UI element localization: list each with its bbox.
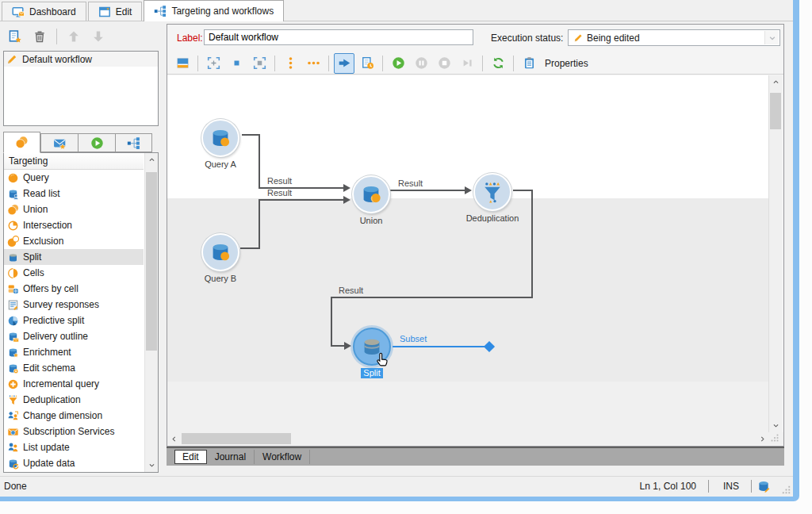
palette-item-survey-responses[interactable]: Survey responses: [4, 297, 144, 313]
change-dimension-icon: [7, 410, 19, 422]
palette-item-label: List update: [23, 442, 70, 453]
tab-targeting[interactable]: [3, 132, 40, 153]
targeting-tab-icon: [15, 136, 29, 149]
node-query-icon: [209, 240, 232, 264]
workflow-edges: ResultResultResultResultSubset: [167, 75, 768, 432]
workflow-node-deduplication[interactable]: [473, 173, 511, 211]
tab-label: Dashboard: [29, 6, 76, 17]
zoom-100-button[interactable]: [226, 53, 247, 74]
workflow-node-query-a[interactable]: [201, 119, 239, 157]
display-options-button[interactable]: [280, 53, 301, 74]
svg-text:Result: Result: [398, 178, 423, 188]
canvas-vscroll-thumb[interactable]: [770, 93, 781, 129]
canvas-resize-grip[interactable]: [769, 432, 783, 445]
move-down-button[interactable]: [88, 26, 109, 47]
horizontal-layout-button[interactable]: [334, 53, 354, 74]
palette-item-label: Offers by cell: [23, 283, 79, 294]
palette-item-read-list[interactable]: Read list: [4, 186, 144, 201]
tab-execution[interactable]: [78, 133, 115, 152]
palette-item-offers-by-cell[interactable]: Offers by cell: [4, 281, 144, 297]
combo-dropdown-button[interactable]: [764, 31, 779, 44]
palette-item-incremental-query[interactable]: Incremental query: [4, 376, 144, 392]
node-label-union: Union: [324, 216, 419, 225]
palette-item-change-dimension[interactable]: Change dimension: [4, 408, 144, 424]
palette-item-list-update[interactable]: List update: [4, 439, 144, 455]
bottom-tab-edit[interactable]: Edit: [174, 450, 207, 464]
cursor-position: Ln 1, Col 100: [640, 481, 696, 492]
palette-item-union[interactable]: Union: [4, 201, 144, 217]
execution-status-combo[interactable]: Being edited: [568, 29, 780, 46]
workflow-list-item[interactable]: Default workflow: [4, 52, 158, 67]
workflow-list[interactable]: Default workflow: [3, 51, 159, 126]
palette-item-deduplication[interactable]: Deduplication: [4, 392, 144, 408]
workflow-icon: [154, 5, 167, 17]
overview-button[interactable]: [172, 53, 193, 74]
delete-workflow-button[interactable]: [29, 26, 50, 47]
scroll-down-button[interactable]: [145, 458, 158, 472]
palette-item-predictive-split[interactable]: Predictive split: [4, 313, 144, 328]
canvas-scroll-left-button[interactable]: [167, 432, 181, 445]
zoom-fit-button[interactable]: [203, 53, 224, 74]
workflow-canvas[interactable]: ResultResultResultResultSubset Query AQu…: [167, 75, 782, 432]
canvas-scroll-down-button[interactable]: [769, 419, 782, 432]
scroll-up-button[interactable]: [145, 153, 158, 167]
bottom-tab-journal[interactable]: Journal: [207, 450, 255, 464]
palette-item-split[interactable]: Split: [4, 249, 144, 265]
refresh-button[interactable]: [488, 53, 508, 74]
canvas-horizontal-scrollbar[interactable]: [167, 432, 783, 445]
deduplication-icon: [7, 394, 19, 406]
workflow-node-query-b[interactable]: [201, 233, 239, 271]
pencil-icon: [6, 53, 18, 65]
tab-deliveries[interactable]: [40, 133, 78, 152]
palette-tab-bar: [3, 132, 152, 153]
tab-targeting-and-workflows[interactable]: Targeting and workflows: [144, 0, 284, 21]
tab-dashboard[interactable]: Dashboard: [2, 2, 86, 21]
tab-edit[interactable]: Edit: [88, 2, 143, 21]
toolbar-separator: [328, 56, 329, 71]
canvas-vertical-scrollbar[interactable]: [768, 75, 782, 432]
palette-item-intersection[interactable]: Intersection: [4, 217, 144, 233]
start-button[interactable]: [388, 53, 408, 74]
cursor-pointer: [374, 351, 392, 371]
svg-text:Result: Result: [339, 286, 363, 295]
properties-button-label[interactable]: Properties: [545, 58, 588, 69]
palette-item-exclusion[interactable]: Exclusion: [4, 233, 144, 249]
palette-item-edit-schema[interactable]: Edit schema: [4, 360, 144, 376]
stop-button[interactable]: [434, 53, 454, 74]
intersection-icon: [7, 220, 19, 232]
palette-rows: QueryRead listUnionIntersectionExclusion…: [4, 170, 158, 471]
pause-button[interactable]: [411, 53, 431, 74]
palette-item-update-data[interactable]: Update data: [4, 455, 144, 471]
scrollbar-thumb[interactable]: [146, 172, 157, 351]
palette-item-query[interactable]: Query: [4, 170, 144, 186]
more-options-button[interactable]: [303, 53, 324, 74]
palette-item-enrichment[interactable]: Enrichment: [4, 344, 144, 360]
top-tab-bar: DashboardEditTargeting and workflows: [0, 0, 793, 21]
edit-schema-icon: [7, 362, 19, 374]
node-label-split: Split: [324, 368, 419, 378]
palette-item-subscription-services[interactable]: Subscription Services: [4, 424, 144, 439]
properties-button[interactable]: [519, 53, 539, 74]
palette-scrollbar[interactable]: [144, 153, 158, 472]
app-window: DashboardEditTargeting and workflows Def…: [0, 0, 799, 501]
zoom-selection-button[interactable]: [249, 53, 270, 74]
palette-item-cells[interactable]: Cells: [4, 265, 144, 281]
restart-button[interactable]: [357, 53, 377, 74]
move-up-button[interactable]: [63, 26, 84, 47]
resize-grip[interactable]: [780, 484, 792, 496]
workflow-label-input[interactable]: [204, 29, 473, 45]
palette-item-delivery-outline[interactable]: Delivery outline: [4, 328, 144, 344]
canvas-scroll-right-button[interactable]: [756, 432, 769, 445]
canvas-scroll-up-button[interactable]: [769, 75, 782, 89]
status-message: Done: [4, 481, 27, 492]
canvas-hscroll-thumb[interactable]: [182, 433, 291, 444]
tab-control-flow[interactable]: [115, 133, 152, 152]
bottom-tab-workflow[interactable]: Workflow: [255, 450, 310, 464]
new-workflow-button[interactable]: [5, 26, 25, 47]
subscription-services-icon: [7, 426, 19, 438]
workflow-node-union[interactable]: [352, 175, 390, 213]
svg-text:Result: Result: [267, 188, 292, 198]
force-execution-button[interactable]: [457, 53, 477, 74]
palette-group-label: Targeting: [9, 155, 48, 167]
palette-group-header[interactable]: Targeting: [4, 153, 144, 170]
